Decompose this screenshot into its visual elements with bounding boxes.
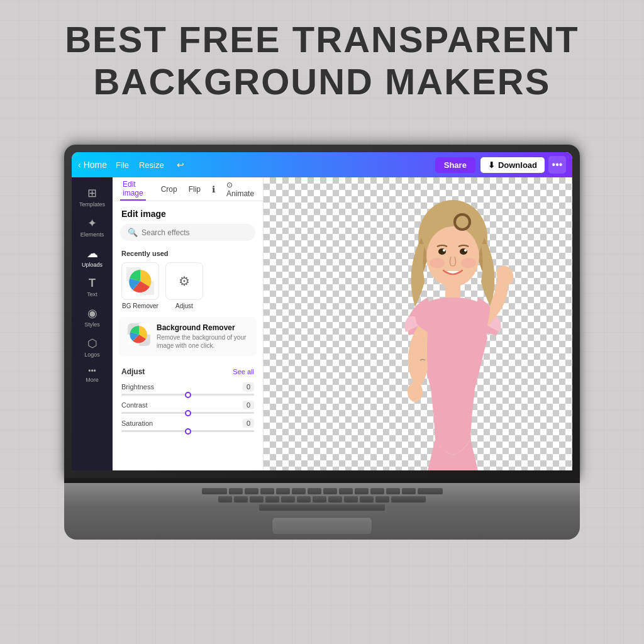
key <box>418 488 443 494</box>
sidebar-item-more[interactable]: ••• More <box>75 363 110 387</box>
svg-point-11 <box>443 249 445 252</box>
brightness-slider-row: Brightness 0 <box>113 380 263 398</box>
effects-row: BG Remover ⚙ Adjust <box>113 262 263 317</box>
laptop-hinge <box>64 478 580 483</box>
key <box>391 496 426 502</box>
text-icon: T <box>89 277 96 290</box>
sidebar-item-elements[interactable]: ✦ Elements <box>75 213 110 242</box>
bg-remover-feature-icon <box>128 323 150 346</box>
key <box>375 496 389 502</box>
svg-point-8 <box>426 226 479 287</box>
contrast-track[interactable] <box>121 412 254 414</box>
svg-point-13 <box>430 258 445 268</box>
sidebar-item-text[interactable]: T Text <box>75 273 110 301</box>
templates-label: Templates <box>79 201 105 208</box>
elements-label: Elements <box>80 231 104 238</box>
sidebar-item-uploads[interactable]: ☁ Uploads <box>75 243 110 272</box>
nav-home[interactable]: Home <box>84 160 107 170</box>
brightness-track[interactable] <box>121 394 254 396</box>
more-icon: ••• <box>552 159 563 170</box>
effect-card-bg-remover[interactable]: BG Remover <box>121 262 159 309</box>
saturation-slider-row: Saturation 0 <box>113 416 263 435</box>
text-label: Text <box>87 291 97 297</box>
bg-remover-text: Background Remover Remove the background… <box>157 323 248 350</box>
search-icon: 🔍 <box>128 228 138 237</box>
key <box>245 488 258 494</box>
bg-remover-feature[interactable]: Background Remover Remove the background… <box>119 317 257 356</box>
svg-point-12 <box>464 249 467 252</box>
edit-toolbar: Edit image Crop Flip ℹ ⊙ Animate Positio… <box>113 177 263 201</box>
search-effects-input[interactable] <box>142 228 248 237</box>
back-arrow-icon: ‹ <box>78 160 81 170</box>
key <box>281 496 295 502</box>
toolbar-animate[interactable]: ⊙ Animate <box>224 179 257 200</box>
key <box>250 496 264 502</box>
styles-icon: ◉ <box>87 306 97 320</box>
key <box>276 488 290 494</box>
key <box>328 496 342 502</box>
key <box>344 496 358 502</box>
logos-label: Logos <box>84 352 100 358</box>
laptop-container: ‹ Home File Resize ↩ Share ⬇ Download ••… <box>64 145 580 540</box>
sidebar-item-templates[interactable]: ⊞ Templates <box>75 182 110 211</box>
key <box>260 488 274 494</box>
key <box>313 496 326 502</box>
key <box>370 488 384 494</box>
toolbar-info[interactable]: ℹ <box>209 182 218 196</box>
download-label: Download <box>498 160 537 170</box>
toolbar-edit-image[interactable]: Edit image <box>120 178 146 201</box>
share-button[interactable]: Share <box>435 157 475 173</box>
more-label: More <box>86 377 99 383</box>
headline-line1: BEST FREE TRANSPARENT <box>0 19 644 61</box>
key <box>339 488 353 494</box>
contrast-slider-row: Contrast 0 <box>113 398 263 416</box>
sidebar-item-logos[interactable]: ⬡ Logos <box>75 333 110 362</box>
logos-icon: ⬡ <box>87 336 97 350</box>
brightness-thumb[interactable] <box>185 392 191 398</box>
bg-remover-title: Background Remover <box>157 323 248 332</box>
templates-icon: ⊞ <box>87 186 97 200</box>
bg-remover-desc: Remove the background of your image with… <box>157 333 248 350</box>
nav-undo[interactable]: ↩ <box>172 160 189 170</box>
svg-point-14 <box>461 258 476 268</box>
saturation-thumb[interactable] <box>185 428 191 435</box>
edit-panel: Edit image Crop Flip ℹ ⊙ Animate Positio… <box>113 177 264 470</box>
sidebar-item-styles[interactable]: ◉ Styles <box>75 303 110 331</box>
more-icon: ••• <box>88 367 96 375</box>
nav-file[interactable]: File <box>111 160 134 170</box>
see-all-link[interactable]: See all <box>233 368 254 375</box>
saturation-value: 0 <box>243 419 254 428</box>
contrast-label: Contrast <box>121 401 148 409</box>
bg-remover-thumb <box>121 262 159 300</box>
toolbar-flip[interactable]: Flip <box>186 183 203 196</box>
key <box>292 488 306 494</box>
bg-remover-label: BG Remover <box>122 303 158 309</box>
nav-back-button[interactable]: ‹ Home <box>78 160 107 170</box>
key <box>360 496 374 502</box>
download-button[interactable]: ⬇ Download <box>480 157 545 173</box>
keyboard-area <box>64 483 580 540</box>
keyboard-rows <box>64 483 580 515</box>
more-options-button[interactable]: ••• <box>548 156 566 174</box>
contrast-thumb[interactable] <box>185 410 191 416</box>
adjust-thumb: ⚙ <box>165 262 203 300</box>
key <box>386 488 400 494</box>
laptop-lid: ‹ Home File Resize ↩ Share ⬇ Download ••… <box>64 145 580 478</box>
nav-resize[interactable]: Resize <box>134 160 169 170</box>
screen-content: ‹ Home File Resize ↩ Share ⬇ Download ••… <box>72 152 572 470</box>
key <box>202 488 227 494</box>
saturation-label: Saturation <box>121 419 153 427</box>
contrast-value: 0 <box>243 401 254 409</box>
top-nav: ‹ Home File Resize ↩ Share ⬇ Download ••… <box>72 152 572 177</box>
search-effects-box[interactable]: 🔍 <box>120 224 255 241</box>
toolbar-crop[interactable]: Crop <box>158 183 180 196</box>
woman-svg <box>371 200 535 470</box>
saturation-track[interactable] <box>121 430 254 432</box>
pie-chart-icon <box>126 267 154 295</box>
key <box>323 488 337 494</box>
trackpad <box>272 517 372 535</box>
effect-card-adjust[interactable]: ⚙ Adjust <box>165 262 203 309</box>
main-area: ⊞ Templates ✦ Elements ☁ Uploads T <box>72 177 572 470</box>
adjust-section-title: Adjust <box>121 367 145 376</box>
adjust-label: Adjust <box>175 303 193 309</box>
